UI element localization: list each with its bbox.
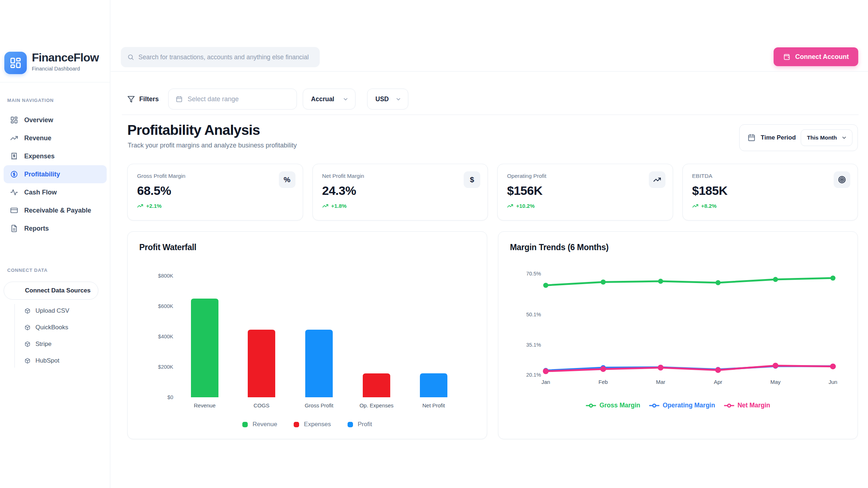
sidebar-item-receivable-payable[interactable]: Receivable & Payable bbox=[4, 201, 107, 219]
kpi-delta-value: +2.1% bbox=[146, 203, 162, 209]
kpi-label: Operating Profit bbox=[507, 173, 663, 179]
legend-item: Gross Margin bbox=[586, 402, 640, 409]
chevron-down-icon bbox=[342, 96, 349, 102]
legend-marker bbox=[724, 403, 735, 408]
axis-label: Op. Expenses bbox=[359, 402, 393, 408]
global-search bbox=[121, 47, 320, 67]
sidebar-item-expenses[interactable]: Expenses bbox=[4, 147, 107, 165]
connect-sub-list: Upload CSV QuickBooks Stripe bbox=[4, 303, 107, 369]
kpi-card-ebitda: EBITDA $185K +8.2% bbox=[682, 164, 858, 221]
date-range-input[interactable] bbox=[188, 95, 289, 103]
accounting-method-select[interactable]: Accrual bbox=[303, 89, 356, 110]
app-logo-icon bbox=[4, 52, 27, 74]
axis-label: Gross Profit bbox=[305, 402, 333, 408]
sidebar-item-stripe[interactable]: Stripe bbox=[25, 336, 107, 352]
filters-bar: Filters Accrual USD bbox=[127, 88, 408, 110]
kpi-value: 68.5% bbox=[137, 184, 293, 198]
finance-dashboard: FinanceFlow Financial Dashboard MAIN NAV… bbox=[0, 0, 868, 488]
filters-button[interactable]: Filters bbox=[127, 95, 159, 103]
legend-label: Expenses bbox=[304, 421, 331, 428]
legend-label: Gross Margin bbox=[599, 402, 640, 409]
chevron-down-icon bbox=[841, 135, 847, 141]
sidebar-divider bbox=[0, 82, 110, 82]
cube-icon bbox=[25, 308, 30, 314]
axis-label: $600K bbox=[158, 303, 173, 309]
data-point bbox=[601, 279, 606, 284]
axis-label: Mar bbox=[656, 379, 665, 385]
date-range-picker[interactable] bbox=[168, 89, 297, 110]
trending-up-icon bbox=[322, 203, 328, 209]
currency-value: USD bbox=[375, 95, 389, 103]
legend-marker bbox=[586, 403, 596, 408]
header-divider bbox=[111, 71, 868, 72]
search-input[interactable] bbox=[139, 53, 313, 61]
sidebar-item-hubspot[interactable]: HubSpot bbox=[25, 352, 107, 369]
data-point bbox=[543, 368, 549, 374]
sidebar-item-label: Revenue bbox=[24, 134, 51, 142]
activity-icon bbox=[10, 188, 18, 196]
app-tagline: Financial Dashboard bbox=[32, 66, 99, 72]
sidebar-item-label: Profitability bbox=[24, 171, 60, 178]
sidebar-item-revenue[interactable]: Revenue bbox=[4, 129, 107, 147]
legend-swatch bbox=[348, 422, 353, 427]
axis-label: May bbox=[770, 379, 781, 385]
legend-label: Net Margin bbox=[737, 402, 770, 409]
filters-divider bbox=[122, 115, 859, 115]
cube-icon bbox=[12, 287, 19, 294]
sidebar-sub-label: Stripe bbox=[35, 341, 51, 348]
sidebar-item-upload-csv[interactable]: Upload CSV bbox=[25, 303, 107, 319]
connect-account-button[interactable]: Connect Account bbox=[774, 47, 858, 66]
sidebar-item-cash-flow[interactable]: Cash Flow bbox=[4, 183, 107, 201]
kpi-value: $156K bbox=[507, 184, 663, 198]
credit-card-icon bbox=[10, 206, 18, 214]
data-point bbox=[773, 277, 778, 282]
sidebar-item-profitability[interactable]: Profitability bbox=[4, 165, 107, 183]
axis-label: 70.5% bbox=[526, 271, 541, 277]
sidebar-item-reports[interactable]: Reports bbox=[4, 219, 107, 237]
profit-waterfall-card: Profit Waterfall $800K$600K$400K$200K$0R… bbox=[127, 231, 487, 439]
chart-title: Margin Trends (6 Months) bbox=[510, 243, 609, 252]
waterfall-bar-net-profit bbox=[420, 373, 447, 397]
legend-item: Expenses bbox=[294, 421, 331, 428]
calendar-icon bbox=[748, 134, 756, 142]
sidebar-item-quickbooks[interactable]: QuickBooks bbox=[25, 319, 107, 336]
sidebar: FinanceFlow Financial Dashboard MAIN NAV… bbox=[0, 0, 110, 488]
layout-dashboard-icon bbox=[9, 57, 22, 69]
kpi-delta-value: +10.2% bbox=[516, 203, 535, 209]
data-point bbox=[658, 279, 663, 284]
axis-label: $400K bbox=[158, 334, 173, 339]
waterfall-bar-gross-profit bbox=[305, 330, 333, 397]
legend-swatch bbox=[242, 422, 248, 427]
chevron-down-icon bbox=[395, 96, 401, 102]
time-period-value: This Month bbox=[807, 134, 837, 141]
kpi-card-operating-profit: Operating Profit $156K +10.2% bbox=[497, 164, 673, 221]
line-gross-margin bbox=[546, 278, 833, 285]
connect-data-sources-button[interactable]: Connect Data Sources bbox=[4, 282, 98, 300]
currency-select[interactable]: USD bbox=[367, 89, 408, 110]
legend-item: Operating Margin bbox=[649, 402, 715, 409]
data-point bbox=[600, 366, 606, 372]
wallet-icon bbox=[783, 53, 791, 61]
data-point bbox=[830, 275, 835, 281]
nav-section-label: MAIN NAVIGATION bbox=[7, 98, 107, 103]
kpi-delta: +1.8% bbox=[322, 203, 478, 209]
data-point bbox=[773, 363, 778, 368]
chart-title: Profit Waterfall bbox=[139, 243, 196, 252]
kpi-card-net-profit-margin: Net Profit Margin 24.3% +1.8% $ bbox=[312, 164, 488, 221]
sidebar-item-overview[interactable]: Overview bbox=[4, 111, 107, 129]
page-subtitle: Track your profit margins and analyze bu… bbox=[128, 142, 297, 149]
page-title: Profitability Analysis bbox=[127, 122, 260, 138]
axis-label: Feb bbox=[599, 379, 608, 385]
sidebar-sub-label: QuickBooks bbox=[35, 324, 68, 331]
waterfall-legend: RevenueExpensesProfit bbox=[128, 421, 487, 428]
kpi-value: 24.3% bbox=[322, 184, 478, 198]
kpi-label: Gross Profit Margin bbox=[137, 173, 293, 179]
legend-swatch bbox=[294, 422, 299, 427]
calendar-icon bbox=[176, 95, 183, 103]
waterfall-bar-op-expenses bbox=[363, 373, 390, 397]
data-point bbox=[830, 364, 836, 369]
time-period-select[interactable]: This Month bbox=[801, 129, 852, 146]
time-period-control: Time Period This Month bbox=[739, 124, 858, 151]
sidebar-sub-label: Upload CSV bbox=[35, 307, 69, 314]
file-text-icon bbox=[10, 224, 18, 232]
